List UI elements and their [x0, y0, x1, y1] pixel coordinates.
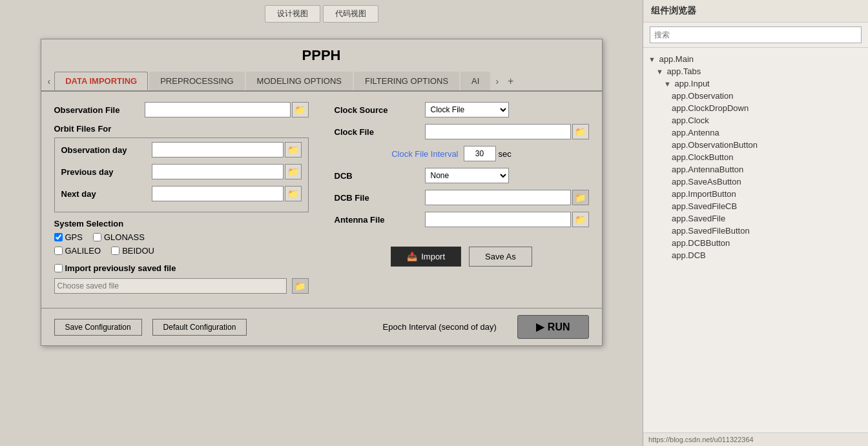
tree-item-saveas-button[interactable]: app.SaveAsButton	[643, 176, 868, 188]
run-icon: ▶	[536, 321, 544, 333]
tree-item-savedfile-button[interactable]: app.SavedFileButton	[643, 225, 868, 237]
tree-item-antenna-button[interactable]: app.AntennaButton	[643, 163, 868, 176]
tree-item-observation[interactable]: app.Observation	[643, 90, 868, 102]
next-day-button[interactable]: 📁	[285, 186, 302, 201]
default-config-button[interactable]: Default Configuration	[152, 319, 247, 336]
save-config-button[interactable]: Save Configuration	[54, 319, 142, 336]
observation-file-button[interactable]: 📁	[292, 102, 309, 117]
next-day-input[interactable]	[152, 186, 284, 201]
saved-file-button[interactable]: 📁	[292, 278, 309, 294]
tree-label-dcb-button: app.DCBButton	[672, 238, 730, 248]
tree-item-tabs[interactable]: ▼ app.Tabs	[643, 65, 868, 77]
code-view-button[interactable]: 代码视图	[323, 5, 378, 23]
galileo-checkbox[interactable]	[54, 247, 63, 255]
glonass-label: GLONASS	[104, 232, 145, 242]
tree-label-clock-button: app.ClockButton	[672, 152, 733, 162]
antenna-file-input[interactable]	[425, 212, 571, 227]
clock-interval-input[interactable]	[464, 146, 496, 161]
previous-day-label: Previous day	[61, 167, 152, 177]
orbit-files-label: Orbit Files For	[54, 124, 309, 134]
saved-file-row: 📁	[54, 278, 309, 294]
tree-item-clockdropdown[interactable]: app.ClockDropDown	[643, 102, 868, 114]
observation-file-row: Observation File 📁	[54, 102, 309, 117]
tree-label-clockdropdown: app.ClockDropDown	[672, 103, 749, 113]
sidebar-search-input[interactable]	[650, 26, 862, 43]
dcb-select[interactable]: None P1-C1 P1-P2 P2-C2	[425, 168, 509, 183]
action-buttons: 📥 Import Save As	[335, 247, 589, 267]
right-column: Clock Source Clock File IGS Rapid IGS Fi…	[335, 102, 589, 298]
dcb-file-button[interactable]: 📁	[572, 190, 589, 205]
tab-modeling-options[interactable]: MODELING OPTIONS	[246, 72, 353, 90]
tree-item-savedfilecb[interactable]: app.SavedFileCB	[643, 200, 868, 212]
epoch-label: Epoch Interval (second of day)	[383, 322, 497, 332]
design-view-button[interactable]: 设计视图	[265, 5, 320, 23]
save-as-button[interactable]: Save As	[469, 247, 532, 267]
clock-file-input[interactable]	[425, 124, 571, 139]
import-button[interactable]: 📥 Import	[391, 247, 461, 267]
tree-item-dcb[interactable]: app.DCB	[643, 249, 868, 261]
tree-label-dcb: app.DCB	[672, 250, 706, 260]
tabs-bar: ‹ DATA IMPORTING PREPROCESSING MODELING …	[41, 72, 602, 92]
tree-item-savedfile[interactable]: app.SavedFile	[643, 212, 868, 225]
clock-interval-label: Clock File Interval	[335, 149, 464, 159]
next-day-label: Next day	[61, 189, 152, 199]
dcb-file-input[interactable]	[425, 190, 571, 205]
left-column: Observation File 📁 Orbit Files For Obser…	[54, 102, 309, 298]
system-selection-label: System Selection	[54, 219, 309, 228]
import-saved-checkbox[interactable]	[54, 264, 63, 272]
sidebar-search-area	[643, 23, 868, 48]
antenna-file-label: Antenna File	[335, 215, 425, 225]
clock-source-select[interactable]: Clock File IGS Rapid IGS Final	[425, 102, 509, 117]
sidebar-header: 组件浏览器	[643, 0, 868, 23]
antenna-file-button[interactable]: 📁	[572, 212, 589, 227]
tree-label-observation: app.Observation	[672, 91, 733, 101]
tree-item-main[interactable]: ▼ app.Main	[643, 53, 868, 65]
tab-filtering-options[interactable]: FILTERING OPTIONS	[354, 72, 459, 90]
tree-item-antenna[interactable]: app.Antenna	[643, 127, 868, 139]
main-area: 设计视图 代码视图 PPPH ‹ DATA IMPORTING PREPROCE…	[0, 0, 643, 446]
tree-item-dcb-button[interactable]: app.DCBButton	[643, 237, 868, 249]
tree-label-import-button: app.ImportButton	[672, 189, 736, 199]
previous-day-row: Previous day 📁	[61, 164, 302, 179]
saved-file-input[interactable]	[54, 278, 287, 294]
run-button[interactable]: ▶ RUN	[517, 315, 589, 339]
tree-label-saveas-button: app.SaveAsButton	[672, 177, 741, 187]
tree-item-observation-button[interactable]: app.ObservationButton	[643, 139, 868, 151]
previous-day-button[interactable]: 📁	[285, 164, 302, 179]
clock-file-label: Clock File	[335, 127, 425, 137]
tab-next-button[interactable]: ›	[491, 74, 502, 89]
tree-label-antenna-button: app.AntennaButton	[672, 165, 743, 174]
tab-preprocessing[interactable]: PREPROCESSING	[149, 72, 244, 90]
tab-add-button[interactable]: +	[502, 73, 519, 90]
observation-file-label: Observation File	[54, 105, 145, 115]
tree-item-clock-button[interactable]: app.ClockButton	[643, 151, 868, 163]
tree-label-observation-button: app.ObservationButton	[672, 140, 758, 150]
dcb-row: DCB None P1-C1 P1-P2 P2-C2	[335, 168, 589, 183]
tab-content: Observation File 📁 Orbit Files For Obser…	[41, 92, 602, 308]
gps-checkbox[interactable]	[54, 233, 63, 241]
observation-day-button[interactable]: 📁	[285, 142, 302, 157]
beidou-checkbox[interactable]	[111, 247, 119, 255]
tree-item-input[interactable]: ▼ app.Input	[643, 77, 868, 90]
expand-icon-tabs: ▼	[656, 68, 663, 76]
tree-label-main: app.Main	[659, 54, 694, 64]
tree-item-import-button[interactable]: app.ImportButton	[643, 188, 868, 200]
tree-item-clock[interactable]: app.Clock	[643, 114, 868, 127]
tree-label-tabs: app.Tabs	[667, 66, 701, 76]
tab-ai[interactable]: AI	[460, 72, 490, 90]
observation-day-input[interactable]	[152, 142, 284, 157]
system-selection: System Selection GPS GLONASS	[54, 219, 309, 256]
next-day-row: Next day 📁	[61, 186, 302, 201]
observation-day-label: Observation day	[61, 145, 152, 155]
bottom-bar: Save Configuration Default Configuration…	[41, 308, 602, 345]
tree-area: ▼ app.Main ▼ app.Tabs ▼ app.Input app.Ob…	[643, 48, 868, 432]
import-icon: 📥	[407, 252, 417, 261]
tree-label-antenna: app.Antenna	[672, 128, 719, 137]
tab-data-importing[interactable]: DATA IMPORTING	[54, 72, 148, 90]
glonass-checkbox[interactable]	[93, 233, 101, 241]
import-saved-label: Import previously saved file	[65, 263, 176, 273]
clock-file-button[interactable]: 📁	[572, 124, 589, 139]
observation-file-input[interactable]	[145, 102, 291, 117]
tab-prev-button[interactable]: ‹	[44, 74, 55, 89]
previous-day-input[interactable]	[152, 164, 284, 179]
